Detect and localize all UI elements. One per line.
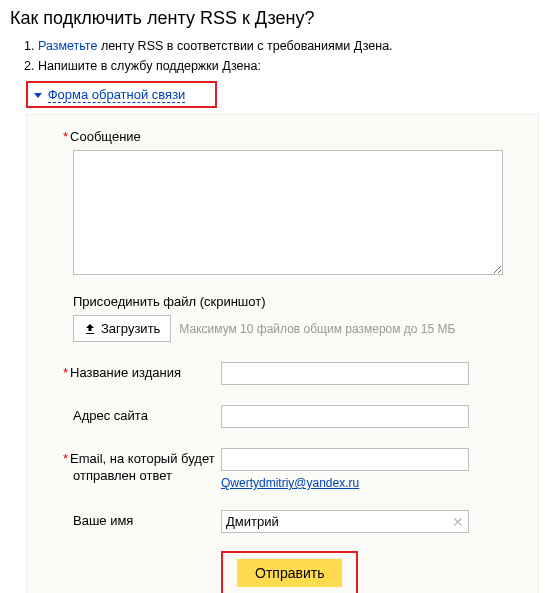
required-mark: * — [63, 365, 68, 380]
email-suggestion-link[interactable]: Qwertydmitriy@yandex.ru — [221, 476, 359, 490]
markup-link[interactable]: Разметьте — [38, 39, 97, 53]
step-1-text: ленту RSS в соответствии с требованиями … — [97, 39, 392, 53]
feedback-form-link[interactable]: Форма обратной связи — [48, 87, 186, 103]
upload-button[interactable]: Загрузить — [73, 315, 171, 342]
page-title: Как подключить ленту RSS к Дзену? — [0, 0, 551, 39]
publication-label: *Название издания — [73, 362, 221, 382]
upload-icon — [84, 323, 96, 335]
email-input[interactable] — [221, 448, 469, 471]
message-textarea[interactable] — [73, 150, 503, 275]
site-label: Адрес сайта — [73, 405, 221, 425]
submit-button[interactable]: Отправить — [237, 559, 342, 587]
name-label: Ваше имя — [73, 510, 221, 530]
message-label: *Сообщение — [73, 129, 522, 144]
upload-hint: Максимум 10 файлов общим размером до 15 … — [179, 322, 455, 336]
publication-input[interactable] — [221, 362, 469, 385]
feedback-form-disclosure[interactable]: Форма обратной связи — [26, 81, 217, 108]
attach-label: Присоединить файл (скриншот) — [73, 294, 522, 309]
email-label: *Email, на который будет отправлен ответ — [73, 448, 221, 485]
step-2: Напишите в службу поддержки Дзена: — [38, 59, 551, 73]
name-input[interactable] — [221, 510, 469, 533]
clear-icon[interactable]: ✕ — [452, 515, 464, 529]
site-input[interactable] — [221, 405, 469, 428]
required-mark: * — [63, 451, 68, 466]
chevron-down-icon — [34, 93, 42, 98]
step-1: Разметьте ленту RSS в соответствии с тре… — [38, 39, 551, 53]
feedback-form: *Сообщение Присоединить файл (скриншот) … — [26, 114, 539, 593]
step-2-text: Напишите в службу поддержки Дзена: — [38, 59, 261, 73]
required-mark: * — [63, 129, 68, 144]
steps-list: Разметьте ленту RSS в соответствии с тре… — [0, 39, 551, 73]
submit-highlight: Отправить — [221, 551, 358, 593]
